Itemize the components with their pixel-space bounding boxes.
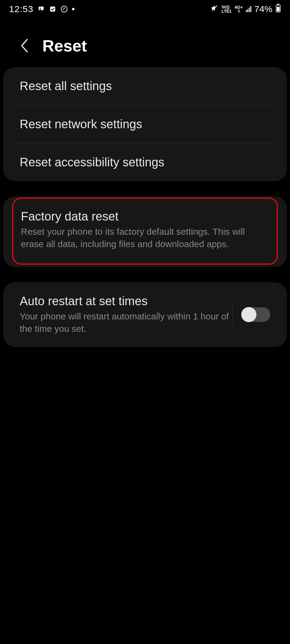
auto-restart-item[interactable]: Auto restart at set times Your phone wil… [3, 282, 287, 347]
network-type-indicator: 4G+ ⇅ [235, 5, 243, 13]
auto-restart-card: Auto restart at set times Your phone wil… [3, 282, 287, 347]
factory-data-reset-item[interactable]: Factory data reset Reset your phone to i… [13, 199, 277, 263]
status-time: 12:53 [9, 4, 33, 14]
data-arrows-icon: ⇅ [237, 9, 240, 13]
item-label: Factory data reset [21, 210, 269, 223]
checkbox-icon [49, 5, 56, 13]
toggle-knob [241, 307, 256, 322]
volte-indicator: Vo)) LTE1 [222, 5, 232, 13]
back-button[interactable] [18, 40, 30, 52]
mute-icon [211, 4, 219, 14]
item-description: Reset your phone to its factory default … [21, 226, 269, 250]
page-header: Reset [0, 18, 290, 67]
vertical-divider [232, 305, 232, 325]
signal-icon [246, 6, 251, 12]
reset-all-settings-item[interactable]: Reset all settings [3, 67, 287, 105]
chevron-left-icon [20, 39, 29, 53]
update-icon [61, 5, 68, 13]
reset-network-settings-item[interactable]: Reset network settings [3, 105, 287, 143]
svg-rect-2 [50, 7, 55, 12]
item-label: Auto restart at set times [20, 294, 232, 308]
item-label: Reset accessibility settings [20, 155, 270, 169]
item-label: Reset all settings [20, 79, 270, 93]
reset-accessibility-settings-item[interactable]: Reset accessibility settings [3, 143, 287, 181]
battery-percentage: 74% [254, 4, 272, 14]
status-right: Vo)) LTE1 4G+ ⇅ 74% [211, 4, 281, 15]
svg-point-1 [40, 8, 41, 9]
factory-data-reset-highlight: Factory data reset Reset your phone to i… [12, 198, 278, 265]
status-bar: 12:53 Vo)) LTE1 4G+ ⇅ 74% [0, 0, 290, 18]
factory-reset-card: Factory data reset Reset your phone to i… [3, 196, 287, 267]
item-label: Reset network settings [20, 117, 270, 131]
reset-options-card: Reset all settings Reset network setting… [3, 67, 287, 181]
page-title: Reset [42, 36, 87, 55]
status-left: 12:53 [9, 4, 74, 14]
item-description: Your phone will restart automatically wi… [20, 310, 232, 335]
battery-icon [275, 4, 281, 15]
more-notifications-dot [72, 8, 74, 10]
gallery-icon [38, 5, 45, 13]
svg-rect-7 [277, 7, 279, 11]
content-area: Reset all settings Reset network setting… [0, 67, 290, 347]
toggle-container [232, 305, 270, 325]
auto-restart-toggle[interactable] [242, 307, 270, 322]
